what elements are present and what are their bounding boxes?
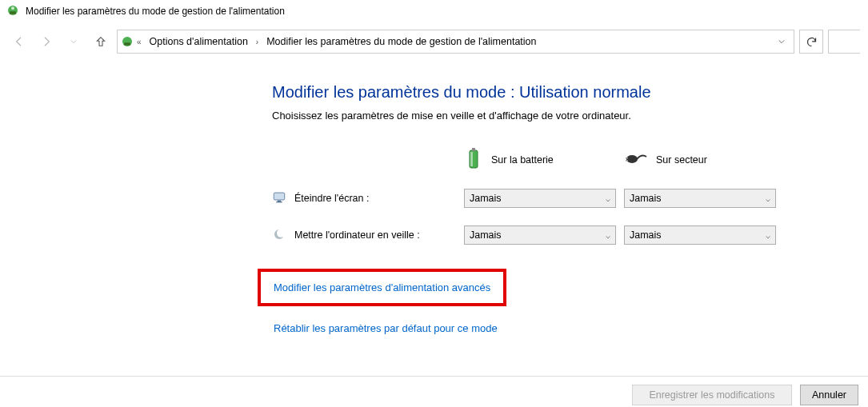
recent-dropdown[interactable] — [62, 30, 85, 53]
footer: Enregistrer les modifications Annuler — [0, 376, 868, 407]
breadcrumb-root[interactable]: Options d'alimentation — [145, 33, 253, 50]
battery-label: Sur la batterie — [491, 154, 554, 166]
address-bar[interactable]: « Options d'alimentation › Modifier les … — [117, 30, 794, 54]
setting-row-display-off: Éteindre l'écran : Jamais⌵ Jamais⌵ — [272, 189, 836, 208]
forward-button[interactable] — [35, 30, 58, 53]
svg-point-8 — [626, 155, 638, 163]
highlight-annotation: Modifier les paramètres d'alimentation a… — [258, 269, 506, 306]
svg-rect-11 — [274, 193, 285, 200]
page-title: Modifier les paramètres du mode : Utilis… — [272, 83, 836, 102]
restore-defaults-link[interactable]: Rétablir les paramètres par défaut pour … — [272, 321, 499, 336]
plugged-label: Sur secteur — [656, 154, 707, 166]
chevron-down-icon: ⌵ — [766, 231, 770, 240]
sleep-plugged-select[interactable]: Jamais⌵ — [624, 225, 776, 245]
breadcrumb-overflow[interactable]: « — [137, 38, 142, 46]
chevron-down-icon: ⌵ — [606, 194, 610, 203]
page-subtitle: Choisissez les paramètres de mise en vei… — [272, 110, 836, 122]
back-button[interactable] — [8, 30, 30, 53]
monitor-icon — [272, 190, 286, 207]
battery-icon — [464, 147, 483, 174]
chevron-down-icon: ⌵ — [766, 194, 770, 203]
power-icon — [121, 35, 134, 48]
plug-icon — [624, 152, 648, 169]
svg-point-2 — [11, 6, 14, 10]
save-button[interactable]: Enregistrer les modifications — [632, 385, 792, 405]
sleep-battery-select[interactable]: Jamais⌵ — [464, 225, 616, 245]
search-input[interactable] — [828, 30, 860, 54]
svg-rect-9 — [626, 158, 628, 159]
svg-point-15 — [277, 229, 286, 237]
svg-rect-1 — [10, 11, 16, 14]
navbar: « Options d'alimentation › Modifier les … — [0, 24, 868, 59]
svg-rect-4 — [124, 42, 130, 45]
chevron-right-icon: › — [256, 38, 258, 46]
moon-icon — [272, 227, 286, 244]
window-title: Modifier les paramètres du mode de gesti… — [26, 6, 285, 17]
power-icon — [6, 4, 19, 19]
display-off-battery-select[interactable]: Jamais⌵ — [464, 189, 616, 208]
svg-rect-10 — [626, 160, 628, 162]
svg-rect-7 — [470, 152, 473, 166]
setting-row-sleep: Mettre l'ordinateur en veille : Jamais⌵ … — [272, 225, 836, 245]
setting-label: Mettre l'ordinateur en veille : — [294, 229, 420, 241]
svg-rect-6 — [472, 148, 475, 151]
column-headers: Sur la batterie Sur secteur — [272, 146, 836, 174]
content-area: Modifier les paramètres du mode : Utilis… — [0, 59, 868, 352]
svg-rect-13 — [276, 202, 282, 202]
setting-label: Éteindre l'écran : — [294, 193, 369, 204]
display-off-plugged-select[interactable]: Jamais⌵ — [624, 189, 776, 208]
chevron-down-icon: ⌵ — [606, 231, 610, 240]
cancel-button[interactable]: Annuler — [800, 385, 858, 405]
refresh-button[interactable] — [799, 30, 823, 54]
titlebar: Modifier les paramètres du mode de gesti… — [0, 0, 868, 22]
up-button[interactable] — [90, 30, 112, 53]
advanced-settings-link[interactable]: Modifier les paramètres d'alimentation a… — [272, 280, 492, 295]
svg-rect-12 — [278, 200, 282, 202]
address-history-dropdown[interactable] — [773, 30, 790, 53]
breadcrumb-current[interactable]: Modifier les paramètres du mode de gesti… — [262, 33, 541, 50]
